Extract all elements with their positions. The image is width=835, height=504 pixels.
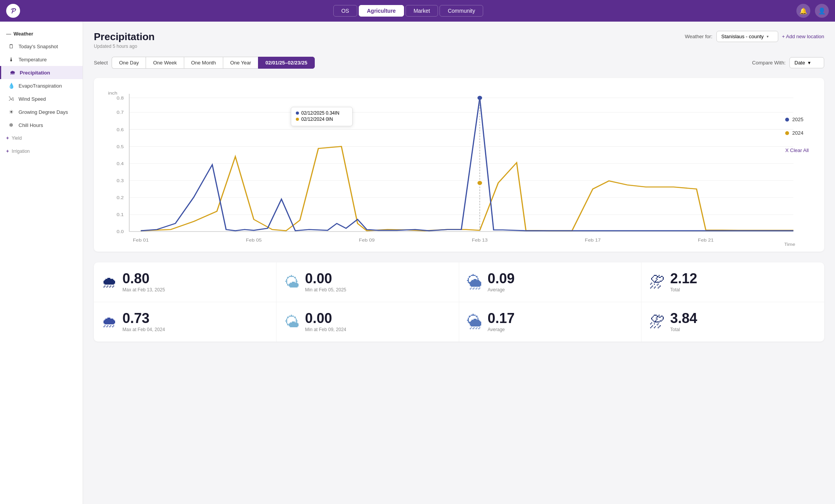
y-axis-label: inch xyxy=(108,91,117,96)
tooltip-dot-2025 xyxy=(477,96,482,100)
clear-all-button[interactable]: X Clear All xyxy=(785,147,809,153)
stat-label-6: Average xyxy=(488,327,515,332)
layout: — Weather 🗒 Today's Snapshot 🌡 Temperatu… xyxy=(0,22,835,504)
tab-os[interactable]: OS xyxy=(333,5,357,17)
svg-text:Feb 17: Feb 17 xyxy=(585,238,601,243)
chart-legend: 2025 2024 X Clear All xyxy=(785,117,809,153)
svg-text:0.1: 0.1 xyxy=(117,212,124,217)
evapotranspiration-icon: 💧 xyxy=(8,83,15,89)
location-select[interactable]: Stanislaus - county ▾ xyxy=(716,31,778,42)
bell-icon[interactable]: 🔔 xyxy=(796,4,810,18)
tab-market[interactable]: Market xyxy=(406,5,438,17)
tab-agriculture[interactable]: Agriculture xyxy=(359,5,404,17)
snapshot-icon: 🗒 xyxy=(8,43,15,49)
stat-card-1: 🌤 0.00 Min at Feb 05, 2025 xyxy=(277,262,459,302)
nav-right: 🔔 👤 xyxy=(796,4,829,18)
period-one-week[interactable]: One Week xyxy=(146,57,183,69)
light-rain-icon-1: 🌤 xyxy=(284,274,300,291)
stat-label-3: Total xyxy=(670,287,697,293)
sidebar: — Weather 🗒 Today's Snapshot 🌡 Temperatu… xyxy=(0,22,83,504)
logo-icon: 𝓟 xyxy=(11,7,15,15)
temperature-icon: 🌡 xyxy=(8,56,15,63)
svg-text:0.3: 0.3 xyxy=(117,178,124,183)
tab-community[interactable]: Community xyxy=(440,5,483,17)
wind-icon: 🌬 xyxy=(8,96,15,102)
yield-group-label[interactable]: + Yield xyxy=(0,132,83,142)
svg-text:0.7: 0.7 xyxy=(117,110,124,115)
add-location-button[interactable]: + Add new location xyxy=(782,34,825,39)
sidebar-item-precipitation[interactable]: 🌧 Precipitation xyxy=(0,66,83,79)
page-title: Precipitation xyxy=(94,31,154,43)
chevron-down-icon: ▾ xyxy=(808,60,811,66)
page-header: Precipitation Updated 5 hours ago Weathe… xyxy=(94,31,824,49)
med-rain-icon-6: 🌦 xyxy=(467,313,482,331)
period-date-range[interactable]: 02/01/25–02/23/25 xyxy=(258,57,314,69)
stat-value-5: 0.00 xyxy=(305,311,346,325)
svg-text:Feb 05: Feb 05 xyxy=(246,238,262,243)
growing-degree-icon: ☀ xyxy=(8,109,15,115)
stat-value-6: 0.17 xyxy=(488,311,515,325)
sidebar-item-growing-degree-days[interactable]: ☀ Growing Degree Days xyxy=(0,105,83,118)
precipitation-icon: 🌧 xyxy=(9,69,16,76)
user-avatar[interactable]: 👤 xyxy=(815,4,829,18)
legend-dot-2025 xyxy=(785,118,789,122)
sidebar-item-chill-hours[interactable]: ❄ Chill Hours xyxy=(0,118,83,132)
weather-section-label[interactable]: — Weather xyxy=(0,28,83,40)
main-content: Precipitation Updated 5 hours ago Weathe… xyxy=(83,22,835,504)
stat-card-2: 🌦 0.09 Average xyxy=(459,262,642,302)
sidebar-item-snapshot[interactable]: 🗒 Today's Snapshot xyxy=(0,40,83,53)
sidebar-item-temperature[interactable]: 🌡 Temperature xyxy=(0,53,83,66)
compare-label: Compare With: xyxy=(752,60,786,66)
stat-card-5: 🌤 0.00 Min at Feb 09, 2024 xyxy=(277,302,459,342)
stat-value-2: 0.09 xyxy=(488,272,515,286)
chart-svg: inch Time 0.0 0.1 0.2 xyxy=(102,86,816,248)
svg-text:0.4: 0.4 xyxy=(117,161,124,166)
chart-line-2025 xyxy=(141,98,794,231)
legend-2024: 2024 xyxy=(785,130,809,136)
chill-hours-icon: ❄ xyxy=(8,122,15,128)
nav-tabs: OS Agriculture Market Community xyxy=(333,5,484,17)
stat-label-1: Min at Feb 05, 2025 xyxy=(305,287,346,293)
period-one-day[interactable]: One Day xyxy=(112,57,146,69)
svg-text:Feb 21: Feb 21 xyxy=(698,238,714,243)
weather-for-label: Weather for: xyxy=(685,34,712,39)
header-right: Weather for: Stanislaus - county ▾ + Add… xyxy=(685,31,824,42)
x-axis-label: Time xyxy=(784,242,795,247)
dash-icon: — xyxy=(6,31,11,37)
svg-text:Feb 01: Feb 01 xyxy=(133,238,149,243)
stat-label-7: Total xyxy=(670,327,697,332)
svg-text:0.5: 0.5 xyxy=(117,144,124,149)
svg-text:0.2: 0.2 xyxy=(117,195,124,200)
sidebar-item-wind-speed[interactable]: 🌬 Wind Speed xyxy=(0,92,83,105)
dark-rain-icon-7: ⛈ xyxy=(649,313,665,331)
svg-text:0.6: 0.6 xyxy=(117,127,124,132)
compare-select[interactable]: Date ▾ xyxy=(789,57,824,68)
legend-dot-2024 xyxy=(785,131,789,135)
select-label: Select xyxy=(94,60,108,66)
stat-card-4: 🌧 0.73 Max at Feb 04, 2024 xyxy=(94,302,277,342)
top-nav: 𝓟 OS Agriculture Market Community 🔔 👤 xyxy=(0,0,835,22)
period-one-month[interactable]: One Month xyxy=(184,57,223,69)
chevron-down-icon: ▾ xyxy=(767,34,769,39)
med-rain-icon-2: 🌦 xyxy=(467,274,482,291)
logo[interactable]: 𝓟 xyxy=(6,4,20,18)
stat-label-2: Average xyxy=(488,287,515,293)
stat-label-4: Max at Feb 04, 2024 xyxy=(122,327,165,332)
select-bar: Select One Day One Week One Month One Ye… xyxy=(94,57,824,69)
stat-value-3: 2.12 xyxy=(670,272,697,286)
stat-label-5: Min at Feb 09, 2024 xyxy=(305,327,346,332)
stat-card-6: 🌦 0.17 Average xyxy=(459,302,642,342)
svg-text:Feb 13: Feb 13 xyxy=(472,238,488,243)
irrigation-group-label[interactable]: + Irrigation xyxy=(0,145,83,156)
period-one-year[interactable]: One Year xyxy=(223,57,258,69)
stat-value-1: 0.00 xyxy=(305,272,346,286)
stat-value-7: 3.84 xyxy=(670,311,697,325)
compare-section: Compare With: Date ▾ xyxy=(752,57,824,68)
page-title-block: Precipitation Updated 5 hours ago xyxy=(94,31,154,49)
svg-text:Feb 09: Feb 09 xyxy=(359,238,375,243)
page-subtitle: Updated 5 hours ago xyxy=(94,44,154,49)
sidebar-item-evapotranspiration[interactable]: 💧 EvapoTranspiration xyxy=(0,79,83,92)
stat-value-0: 0.80 xyxy=(122,272,165,286)
stat-value-4: 0.73 xyxy=(122,311,165,325)
svg-text:0.8: 0.8 xyxy=(117,95,124,100)
